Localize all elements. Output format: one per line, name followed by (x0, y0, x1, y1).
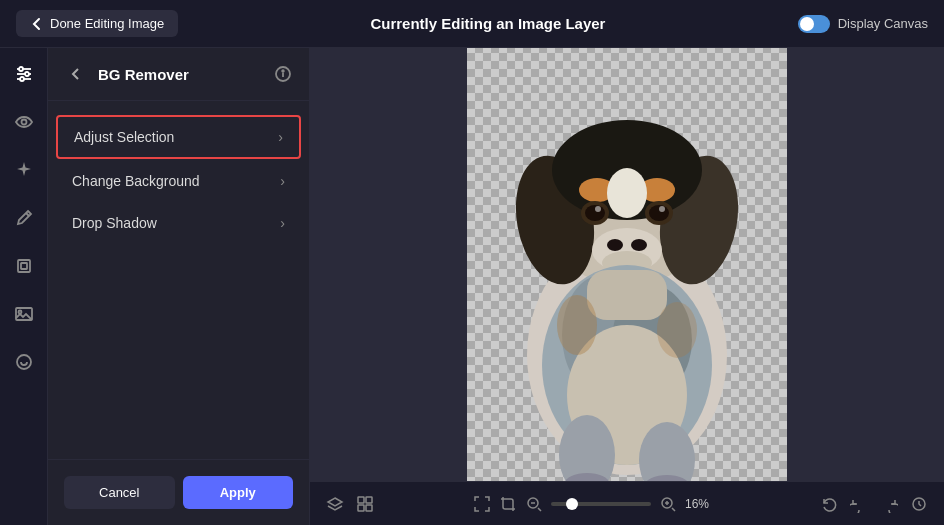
menu-item-adjust-selection[interactable]: Adjust Selection › (56, 115, 301, 159)
svg-rect-48 (366, 497, 372, 503)
svg-point-45 (657, 302, 697, 358)
chevron-right-icon: › (280, 173, 285, 189)
svg-point-6 (21, 120, 26, 125)
svg-point-32 (607, 239, 623, 251)
fit-screen-icon[interactable] (473, 495, 491, 513)
history-icon[interactable] (910, 495, 928, 513)
crop-icon[interactable] (499, 495, 517, 513)
undo2-icon[interactable] (820, 495, 838, 513)
svg-point-33 (631, 239, 647, 251)
svg-rect-7 (18, 260, 30, 272)
svg-point-11 (17, 355, 31, 369)
svg-rect-43 (587, 270, 667, 320)
panel-back-button[interactable] (64, 62, 88, 86)
grid-bottom-icon[interactable] (356, 495, 374, 513)
bottom-bar: 16% (310, 481, 944, 525)
zoom-in-icon[interactable] (659, 495, 677, 513)
svg-point-23 (607, 168, 647, 218)
top-bar: Done Editing Image Currently Editing an … (0, 0, 944, 48)
svg-point-10 (18, 311, 21, 314)
menu-item-label: Change Background (72, 173, 200, 189)
redo-icon[interactable] (880, 495, 898, 513)
toolbar-effect-icon[interactable] (10, 348, 38, 376)
main-area: BG Remover Adjust Selection › Change Bac… (0, 48, 944, 525)
svg-marker-46 (328, 498, 342, 506)
dog-image-svg (467, 48, 787, 481)
svg-rect-8 (21, 263, 27, 269)
done-editing-button[interactable]: Done Editing Image (16, 10, 178, 37)
zoom-out-icon[interactable] (525, 495, 543, 513)
svg-rect-47 (358, 497, 364, 503)
svg-point-4 (25, 72, 29, 76)
panel-header: BG Remover (48, 48, 309, 101)
panel-info-button[interactable] (273, 64, 293, 84)
chevron-right-icon: › (280, 215, 285, 231)
zoom-thumb[interactable] (566, 498, 578, 510)
page-title: Currently Editing an Image Layer (370, 15, 605, 32)
panel-menu: Adjust Selection › Change Background › D… (48, 101, 309, 459)
bottom-center-controls: 16% (473, 495, 721, 513)
zoom-percent-label: 16% (685, 497, 721, 511)
menu-item-label: Drop Shadow (72, 215, 157, 231)
toolbar-image-icon[interactable] (10, 300, 38, 328)
display-canvas-area: Display Canvas (798, 15, 928, 33)
display-canvas-toggle[interactable] (798, 15, 830, 33)
bottom-left-controls (326, 495, 374, 513)
toolbar-layers-icon[interactable] (10, 252, 38, 280)
svg-point-3 (19, 67, 23, 71)
menu-item-drop-shadow[interactable]: Drop Shadow › (56, 203, 301, 243)
bg-remover-panel: BG Remover Adjust Selection › Change Bac… (48, 48, 310, 525)
toolbar-eye-icon[interactable] (10, 108, 38, 136)
panel-footer: Cancel Apply (48, 459, 309, 525)
svg-point-44 (557, 295, 597, 355)
dog-image-canvas (467, 48, 787, 481)
left-toolbar (0, 48, 48, 525)
svg-rect-50 (366, 505, 372, 511)
toolbar-brush-icon[interactable] (10, 204, 38, 232)
menu-item-label: Adjust Selection (74, 129, 174, 145)
svg-point-28 (595, 206, 601, 212)
panel-header-left: BG Remover (64, 62, 189, 86)
cancel-button[interactable]: Cancel (64, 476, 175, 509)
canvas-area: 16% (310, 48, 944, 525)
layers-bottom-icon[interactable] (326, 495, 344, 513)
panel-title: BG Remover (98, 66, 189, 83)
menu-item-change-background[interactable]: Change Background › (56, 161, 301, 201)
canvas-viewport[interactable] (310, 48, 944, 481)
toolbar-sparkle-icon[interactable] (10, 156, 38, 184)
toolbar-filter-icon[interactable] (10, 60, 38, 88)
svg-point-14 (282, 70, 284, 72)
apply-button[interactable]: Apply (183, 476, 294, 509)
undo-icon[interactable] (850, 495, 868, 513)
zoom-slider[interactable] (551, 502, 651, 506)
svg-point-26 (585, 205, 605, 221)
svg-point-5 (20, 77, 24, 81)
bottom-right-controls (820, 495, 928, 513)
svg-rect-49 (358, 505, 364, 511)
chevron-right-icon: › (278, 129, 283, 145)
display-canvas-label: Display Canvas (838, 16, 928, 31)
svg-point-27 (649, 205, 669, 221)
svg-point-29 (659, 206, 665, 212)
arrow-left-icon (30, 17, 44, 31)
done-editing-label: Done Editing Image (50, 16, 164, 31)
